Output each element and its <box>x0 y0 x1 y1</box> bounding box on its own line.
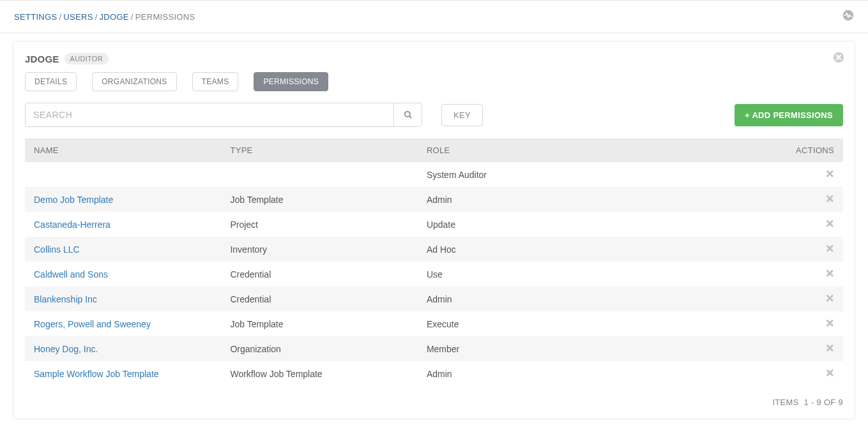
search-wrap <box>25 103 422 127</box>
permission-name-link[interactable]: Sample Workflow Job Template <box>34 369 159 379</box>
cell-name <box>25 162 221 187</box>
pager-label: ITEMS <box>772 398 798 407</box>
cell-actions <box>745 336 843 361</box>
activity-stream-icon[interactable] <box>842 10 854 24</box>
col-header-name: NAME <box>25 138 221 162</box>
permission-name-link[interactable]: Demo Job Template <box>34 195 113 205</box>
delete-icon[interactable] <box>825 244 834 253</box>
cell-name: Honey Dog, Inc. <box>25 336 221 361</box>
breadcrumb-item: PERMISSIONS <box>135 12 195 22</box>
cell-actions <box>745 212 843 237</box>
col-header-type: TYPE <box>221 138 417 162</box>
breadcrumb-sep: / <box>59 12 61 22</box>
cell-name: Castaneda-Herrera <box>25 212 221 237</box>
cell-type: Job Template <box>221 187 417 212</box>
cell-role: Member <box>418 336 745 361</box>
cell-type: Project <box>221 212 417 237</box>
svg-line-3 <box>409 116 411 119</box>
role-badge: AUDITOR <box>65 53 109 64</box>
cell-role: Ad Hoc <box>418 237 745 262</box>
permissions-table-body: System AuditorDemo Job TemplateJob Templ… <box>25 162 843 386</box>
table-header-row: NAME TYPE ROLE ACTIONS <box>25 138 843 162</box>
cell-role: Admin <box>418 187 745 212</box>
permission-name-link[interactable]: Collins LLC <box>34 244 80 255</box>
search-input[interactable] <box>26 103 393 126</box>
search-button[interactable] <box>393 103 422 126</box>
delete-icon[interactable] <box>825 294 834 302</box>
table-row: Castaneda-HerreraProjectUpdate <box>25 212 843 237</box>
cell-role: Admin <box>418 286 745 311</box>
cell-name: Blankenship Inc <box>25 286 221 311</box>
cell-name: Collins LLC <box>25 237 221 262</box>
tab-permissions[interactable]: PERMISSIONS <box>254 72 328 91</box>
svg-point-2 <box>404 112 409 117</box>
cell-role: Execute <box>418 311 745 336</box>
table-row: Demo Job TemplateJob TemplateAdmin <box>25 187 843 212</box>
col-header-actions: ACTIONS <box>745 138 843 162</box>
add-permissions-button[interactable]: + ADD PERMISSIONS <box>735 104 843 126</box>
cell-actions <box>745 162 843 187</box>
breadcrumb-sep: / <box>131 12 133 22</box>
table-row: Sample Workflow Job TemplateWorkflow Job… <box>25 361 843 386</box>
cell-type: Job Template <box>221 311 417 336</box>
cell-type: Credential <box>221 262 417 286</box>
breadcrumb-item[interactable]: JDOGE <box>100 12 129 22</box>
permission-name-link[interactable]: Rogers, Powell and Sweeney <box>34 319 151 329</box>
breadcrumb-sep: / <box>95 12 98 22</box>
cell-name: Rogers, Powell and Sweeney <box>25 311 221 336</box>
permissions-panel: JDOGE AUDITOR DETAILSORGANIZATIONSTEAMSP… <box>13 41 855 419</box>
delete-icon[interactable] <box>825 318 834 327</box>
table-row: Rogers, Powell and SweeneyJob TemplateEx… <box>25 311 843 336</box>
cell-role: Update <box>418 212 745 237</box>
panel-title: JDOGE <box>25 54 59 64</box>
cell-actions <box>745 237 843 262</box>
cell-actions <box>745 311 843 336</box>
pager-range: 1 - 9 OF 9 <box>803 398 843 407</box>
breadcrumb-item[interactable]: USERS <box>63 12 93 22</box>
cell-type: Credential <box>221 286 417 311</box>
cell-actions <box>745 187 843 212</box>
panel-header: JDOGE AUDITOR <box>25 53 843 64</box>
permission-name-link[interactable]: Honey Dog, Inc. <box>34 344 98 354</box>
cell-name: Demo Job Template <box>25 187 221 212</box>
table-row: Collins LLCInventoryAd Hoc <box>25 237 843 262</box>
delete-icon[interactable] <box>825 194 834 203</box>
delete-icon[interactable] <box>825 169 834 178</box>
toolbar: KEY + ADD PERMISSIONS <box>25 103 843 127</box>
cell-type <box>221 162 417 187</box>
cell-actions <box>745 286 843 311</box>
table-row: Caldwell and SonsCredentialUse <box>25 262 843 286</box>
permission-name-link[interactable]: Caldwell and Sons <box>34 269 108 279</box>
col-header-role: ROLE <box>418 138 745 162</box>
delete-icon[interactable] <box>825 219 834 228</box>
cell-type: Workflow Job Template <box>221 361 417 386</box>
permission-name-link[interactable]: Blankenship Inc <box>34 294 97 304</box>
delete-icon[interactable] <box>825 269 834 278</box>
table-row: Honey Dog, Inc.OrganizationMember <box>25 336 843 361</box>
table-row: Blankenship IncCredentialAdmin <box>25 286 843 311</box>
cell-type: Inventory <box>221 237 417 262</box>
delete-icon[interactable] <box>825 368 834 377</box>
tab-details[interactable]: DETAILS <box>25 72 77 91</box>
tab-teams[interactable]: TEAMS <box>192 72 239 91</box>
close-panel-button[interactable] <box>833 52 844 66</box>
cell-role: System Auditor <box>418 162 745 187</box>
top-bar: SETTINGS/USERS/JDOGE/PERMISSIONS <box>0 0 868 33</box>
breadcrumb-item[interactable]: SETTINGS <box>14 12 57 22</box>
breadcrumb: SETTINGS/USERS/JDOGE/PERMISSIONS <box>14 12 195 22</box>
cell-role: Admin <box>418 361 745 386</box>
tabs: DETAILSORGANIZATIONSTEAMSPERMISSIONS <box>25 72 843 91</box>
cell-actions <box>745 361 843 386</box>
key-button[interactable]: KEY <box>441 104 483 126</box>
cell-type: Organization <box>221 336 417 361</box>
tab-organizations[interactable]: ORGANIZATIONS <box>92 72 176 91</box>
table-row: System Auditor <box>25 162 843 187</box>
cell-name: Caldwell and Sons <box>25 262 221 286</box>
cell-role: Use <box>418 262 745 286</box>
permissions-table: NAME TYPE ROLE ACTIONS System AuditorDem… <box>25 138 843 386</box>
toolbar-left: KEY <box>25 103 483 127</box>
permission-name-link[interactable]: Castaneda-Herrera <box>34 220 110 230</box>
pager: ITEMS 1 - 9 OF 9 <box>25 398 843 407</box>
delete-icon[interactable] <box>825 343 834 352</box>
cell-actions <box>745 262 843 286</box>
